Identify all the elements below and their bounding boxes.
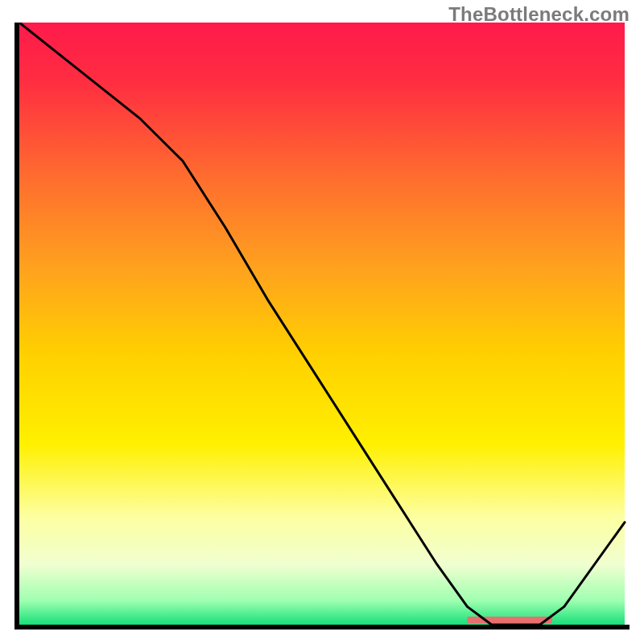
chart-container: TheBottleneck.com (0, 0, 644, 644)
chart-plot (14, 23, 630, 630)
plot-background (19, 23, 625, 625)
